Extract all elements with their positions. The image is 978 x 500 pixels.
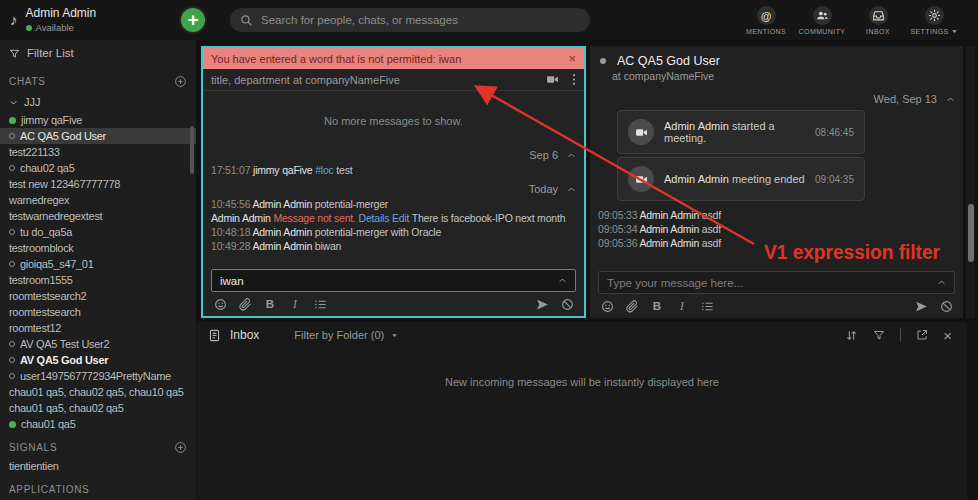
message-not-sent-status: Message not sent. [273,212,355,224]
attachment-button[interactable] [625,299,639,313]
chat-item-label: warnedregex [9,194,69,206]
chat-item-label: test new 123467777778 [9,178,120,190]
message-action-details[interactable]: Details [359,212,390,224]
inbox-empty-text: New incoming messages will be instantly … [197,376,967,388]
message-text: biwan [315,240,341,252]
bold-button[interactable]: B [263,297,277,311]
chat-list-item[interactable]: roomtest12 [0,320,196,336]
italic-button[interactable]: I [675,299,689,313]
message-text: asdf [702,237,721,249]
message: 09:05:36 Admin Admin asdf [598,236,955,250]
chat-list-item[interactable]: roomtestsearch2 [0,288,196,304]
chat-item-label: roomtestsearch2 [9,290,86,302]
chat-item-label: gioiqa5_s47_01 [20,258,93,270]
composer-input[interactable] [220,275,550,287]
filter-button[interactable] [873,329,885,341]
nav-inbox[interactable]: INBOX [850,3,906,35]
bold-button[interactable]: B [650,299,664,313]
video-call-icon[interactable] [546,73,559,86]
chat-item-label: chau01 qa5, chau02 qa5 [9,402,124,414]
chat-item-label: AV QA5 Test User2 [20,338,109,350]
chat-item-label: jimmy qaFive [21,114,82,126]
close-button[interactable]: × [943,328,952,343]
add-chat-icon[interactable] [174,75,187,88]
bulleted-list-button[interactable] [700,299,714,313]
block-button[interactable] [939,299,953,313]
message: 10:45:56 Admin Admin potential-merger [211,197,576,211]
date-separator[interactable]: Sep 6 [211,147,576,163]
chat-group-toggle[interactable]: JJJ [0,92,196,112]
chat-item-label: chau01 qa5, chau02 qa5, chau10 qa5 [9,386,184,398]
date-separator[interactable]: Wed, Sep 13 [598,91,955,107]
chat-list-item[interactable]: test new 123467777778 [0,176,196,192]
emoji-button[interactable] [213,297,227,311]
chat-list-item[interactable]: jimmy qaFive [0,112,196,128]
sidebar-scrollbar-thumb[interactable] [190,126,194,174]
chat-list-item[interactable]: testroom1555 [0,272,196,288]
search-input[interactable] [261,14,580,26]
nav-settings[interactable]: SETTINGS [906,3,962,35]
meeting-event-card[interactable]: Admin Admin started a meeting.08:46:45 [617,110,865,154]
date-separator[interactable]: Today [211,181,576,197]
chat-item-label: testwarnedregextest [9,210,102,222]
date-label: Sep 6 [529,149,558,161]
message-action-edit[interactable]: Edit [392,212,409,224]
folder-filter-dropdown[interactable]: Filter by Folder (0) [294,329,398,341]
attachment-button[interactable] [238,297,252,311]
video-meeting-icon [628,166,654,192]
chat-item-label: roomtest12 [9,322,61,334]
chat-list-item[interactable]: chau01 qa5, chau02 qa5, chau10 qa5 [0,384,196,400]
event-time: 08:46:45 [815,127,854,138]
send-button[interactable] [914,299,928,313]
filter-list-button[interactable]: Filter List [0,40,196,66]
emoji-button[interactable] [600,299,614,313]
message-sender: Admin Admin [252,226,312,238]
italic-button[interactable]: I [288,297,302,311]
chat-list-item[interactable]: AV QA5 God User [0,352,196,368]
open-in-new-button[interactable] [916,329,928,341]
meeting-events: Admin Admin started a meeting.08:46:45Ad… [598,107,955,204]
chat-list-item[interactable]: testwarnedregextest [0,208,196,224]
chat-list-item[interactable]: gioiqa5_s47_01 [0,256,196,272]
chat-list-item[interactable]: AV QA5 Test User2 [0,336,196,352]
scrollbar[interactable] [966,46,975,318]
meeting-event-card[interactable]: Admin Admin meeting ended09:04:35 [617,157,865,201]
message-text: asdf [702,223,721,235]
scrollbar-thumb[interactable] [968,204,974,262]
chat-item-label: roomtestsearch [9,306,81,318]
filter-icon [9,48,20,59]
chat-list-item[interactable]: roomtestsearch [0,304,196,320]
chat-list-item[interactable]: chau01 qa5 [0,416,196,432]
chat-list-item[interactable]: tu do_qa5a [0,224,196,240]
chat-list-item[interactable]: tientientien [0,458,196,474]
send-button[interactable] [535,297,549,311]
chat-list-item[interactable]: user1497567772934PrettyName [0,368,196,384]
new-actions-button[interactable]: + [179,6,207,34]
nav-community[interactable]: COMMUNITY [794,3,850,35]
current-user-menu[interactable]: ♪ Admin Admin Available [10,6,96,33]
collapse-composer-icon[interactable] [937,278,946,287]
dismiss-error-icon[interactable]: × [568,52,576,65]
chat-list-item[interactable]: warnedregex [0,192,196,208]
chat-list-item[interactable]: testroomblock [0,240,196,256]
nav-mentions[interactable]: @MENTIONS [738,3,794,35]
chat-list-item[interactable]: AC QA5 God User [0,128,196,144]
composer-input[interactable] [607,277,929,289]
chat-list-item[interactable]: test221133 [0,144,196,160]
add-signal-icon[interactable] [174,441,187,454]
filter-list-label: Filter List [27,47,74,59]
chat-list-item[interactable]: chau01 qa5, chau02 qa5 [0,400,196,416]
block-button[interactable] [560,297,574,311]
bulleted-list-button[interactable] [313,297,327,311]
error-banner: You have entered a word that is not perm… [203,48,584,69]
more-options-icon[interactable] [572,73,576,86]
global-search[interactable] [230,8,590,32]
hashtag-link[interactable]: #loc [315,164,333,176]
conversation-panel-active: You have entered a word that is not perm… [201,46,586,318]
top-nav: @MENTIONSCOMMUNITYINBOXSETTINGS [738,3,962,35]
chat-list-item[interactable]: chau02 qa5 [0,160,196,176]
sort-button[interactable] [845,329,858,342]
conversation-subheader: title, department at companyNameFive [203,69,584,91]
message-text: potential-merger with Oracle [315,226,441,238]
collapse-composer-icon[interactable] [558,276,567,285]
